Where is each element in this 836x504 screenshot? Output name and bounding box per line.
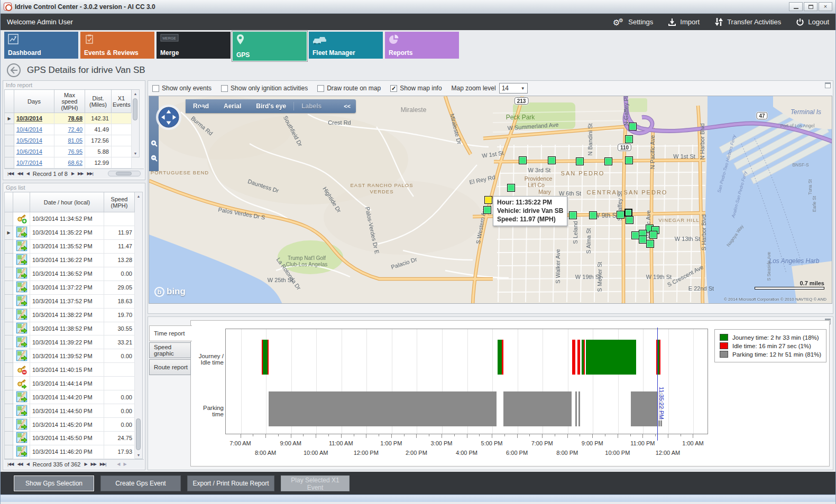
scroll-down-icon[interactable]: ▼ <box>135 451 142 459</box>
pager-prev-button[interactable]: ◀ <box>26 171 29 176</box>
pager-next-button[interactable]: ▶ <box>84 462 87 466</box>
show-gps-selection-button[interactable]: Show Gps Selection <box>14 475 94 491</box>
pager-prev-button[interactable]: ◀ <box>26 462 29 466</box>
back-button[interactable] <box>7 63 21 77</box>
pager-hscrollbar[interactable] <box>108 171 141 176</box>
gps-point-marker[interactable] <box>626 216 633 224</box>
scroll-down-icon[interactable]: ▼ <box>132 150 139 157</box>
table-row[interactable]: 10/4/201472.4041.49 <box>5 124 132 135</box>
gps-point-marker[interactable] <box>646 240 654 248</box>
scroll-up-icon[interactable]: ▲ <box>135 192 142 200</box>
pager-prev-page-button[interactable]: ◀◀ <box>17 171 22 176</box>
checkbox-show-only-ignition-activities[interactable]: Show only ignition activities <box>221 85 308 92</box>
map-style-aerial[interactable]: Aerial <box>216 102 249 110</box>
table-row[interactable]: 10/3/2014 11:45:50 PM24.75 <box>5 432 135 445</box>
gps-point-marker[interactable] <box>639 236 647 244</box>
gps-point-marker[interactable] <box>617 211 624 219</box>
table-row[interactable]: 10/3/2014 11:40:15 PM <box>5 363 135 377</box>
nav-tile-events-reviews[interactable]: Events & Reviews <box>80 32 154 59</box>
maximize-button[interactable] <box>804 2 817 11</box>
gps-point-marker[interactable] <box>548 156 556 164</box>
max-speed-link[interactable]: 72.40 <box>68 126 82 133</box>
gps-point-marker[interactable] <box>625 135 633 143</box>
map-bar-collapse-button[interactable]: << <box>338 103 356 109</box>
tab-time-report[interactable]: Time report <box>149 325 192 341</box>
day-link[interactable]: 10/6/2014 <box>16 148 42 155</box>
selected-gps-point-marker[interactable] <box>484 196 492 204</box>
gps-point-marker[interactable] <box>569 211 577 219</box>
pager-last-button[interactable]: ▶▶| <box>87 171 93 176</box>
table-row[interactable]: 10/3/2014 11:34:52 PM <box>5 212 135 226</box>
checkbox-unchecked-icon[interactable] <box>317 85 324 92</box>
pager-first-button[interactable]: |◀◀ <box>7 171 13 176</box>
day-link[interactable]: 10/7/2014 <box>16 160 42 166</box>
map-style-labels[interactable]: Labels <box>294 102 329 110</box>
checkbox-show-map-info[interactable]: ✓Show map info <box>390 85 442 92</box>
map-zoom-out-button[interactable] <box>150 152 158 164</box>
pager-next-button[interactable]: ▶ <box>71 171 74 176</box>
gps-point-marker[interactable] <box>589 211 597 219</box>
map-style-road[interactable]: Road <box>186 102 216 110</box>
create-gps-event-button[interactable]: Create Gps Event <box>100 475 181 491</box>
gps-point-marker[interactable] <box>576 157 584 165</box>
table-row[interactable]: 10/5/201481.05172.56 <box>5 135 132 146</box>
gps-point-marker[interactable] <box>629 123 637 130</box>
checkbox-unchecked-icon[interactable] <box>221 85 228 92</box>
topbar-action-logout[interactable]: Logout <box>796 18 829 26</box>
table-row[interactable]: 10/3/2014 11:44:50 PM0.00 <box>5 404 135 418</box>
gps-point-marker[interactable] <box>649 231 657 239</box>
pager-left-icon[interactable]: ◀ <box>117 462 120 466</box>
max-speed-link[interactable]: 78.68 <box>68 115 82 122</box>
table-row[interactable]: 10/6/201476.955.88 <box>5 146 132 157</box>
day-link[interactable]: 10/4/2014 <box>16 126 42 133</box>
gps-point-marker[interactable] <box>604 157 612 165</box>
nav-tile-gps[interactable]: GPS <box>233 32 307 61</box>
table-row[interactable]: 10/3/2014 11:37:52 PM18.63 <box>5 294 135 308</box>
minimize-button[interactable] <box>789 2 803 11</box>
table-row[interactable]: 10/3/2014 11:46:20 PM17.93 <box>5 445 135 459</box>
info-report-scrollbar[interactable]: ▲ ▼ <box>132 89 140 157</box>
max-speed-link[interactable]: 76.95 <box>68 148 82 155</box>
gps-point-marker[interactable] <box>519 156 527 164</box>
pager-first-button[interactable]: |◀◀ <box>7 462 13 466</box>
table-row[interactable]: 10/3/2014 11:38:22 PM19.70 <box>5 308 135 322</box>
tab-route-report[interactable]: Route report <box>149 359 191 375</box>
map-zoom-select[interactable]: 14▼ <box>499 83 528 94</box>
tab-speed-graphic[interactable]: Speed graphic <box>149 342 191 358</box>
max-speed-link[interactable]: 68.62 <box>68 160 82 166</box>
gps-point-marker[interactable] <box>624 209 632 217</box>
gps-point-marker[interactable] <box>507 184 515 192</box>
table-row[interactable]: 10/3/2014 11:44:20 PM0.00 <box>5 390 135 404</box>
export-print-route-report-button[interactable]: Export / Print Route Report <box>187 475 274 491</box>
map-zoom-in-button[interactable] <box>150 137 158 149</box>
checkbox-show-only-events[interactable]: Show only events <box>152 85 212 92</box>
pager-last-button[interactable]: ▶▶| <box>100 462 106 466</box>
pager-next-page-button[interactable]: ▶▶ <box>78 171 83 176</box>
map[interactable]: MiralestePeck ParkW Summerland AveCrest … <box>149 96 832 304</box>
gps-point-marker[interactable] <box>631 231 639 239</box>
table-row[interactable]: ▶10/3/2014 11:35:22 PM11.97 <box>5 226 135 239</box>
day-link[interactable]: 10/5/2014 <box>16 137 42 144</box>
table-row[interactable]: 10/7/201468.6212.99 <box>5 157 132 169</box>
table-row[interactable]: 10/3/2014 11:35:52 PM11.47 <box>5 239 135 253</box>
table-row[interactable]: 10/3/2014 11:45:20 PM0.00 <box>5 418 135 432</box>
table-row[interactable]: 10/3/2014 11:36:22 PM13.28 <box>5 253 135 267</box>
nav-tile-reports[interactable]: Reports <box>385 32 459 59</box>
scroll-up-icon[interactable]: ▲ <box>132 90 139 97</box>
close-button[interactable]: × <box>819 2 832 11</box>
max-speed-link[interactable]: 81.05 <box>68 137 82 144</box>
map-panel-maximize-button[interactable] <box>825 82 831 88</box>
table-row[interactable]: 10/3/2014 11:44:14 PM <box>5 377 135 390</box>
checkbox-draw-route-on-map[interactable]: Draw route on map <box>317 85 381 92</box>
day-link[interactable]: 10/3/2014 <box>16 115 42 122</box>
checkbox-checked-icon[interactable]: ✓ <box>390 85 397 92</box>
nav-tile-fleet-manager[interactable]: Fleet Manager <box>309 32 383 59</box>
pager-next-page-button[interactable]: ▶▶ <box>91 462 96 466</box>
map-style-bird-s-eye[interactable]: Bird's eye <box>249 102 293 110</box>
table-row[interactable]: 10/3/2014 11:39:52 PM0.00 <box>5 349 135 363</box>
nav-tile-merge[interactable]: MERGEMerge <box>157 32 231 59</box>
table-row[interactable]: 10/3/2014 11:39:22 PM33.21 <box>5 335 135 349</box>
table-row[interactable]: 10/3/2014 11:36:52 PM0.00 <box>5 267 135 281</box>
topbar-action-import[interactable]: Import <box>668 18 700 26</box>
nav-tile-dashboard[interactable]: Dashboard <box>4 32 78 59</box>
